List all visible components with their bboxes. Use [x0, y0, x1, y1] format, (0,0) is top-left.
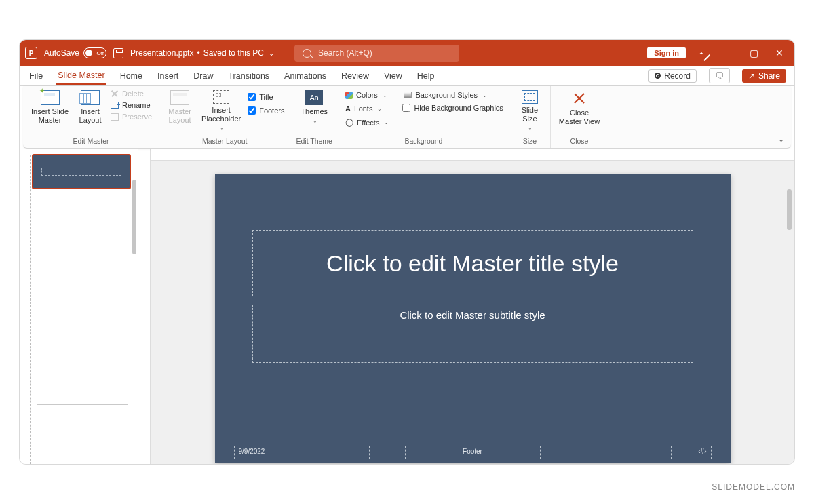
layout-icon [81, 90, 100, 105]
tab-draw[interactable]: Draw [192, 68, 214, 84]
date-placeholder[interactable]: 9/9/2022 [234, 446, 370, 459]
bg-styles-icon [404, 92, 412, 98]
title-placeholder[interactable]: Click to edit Master title style [252, 230, 693, 296]
master-layout-button: Master Layout [165, 89, 195, 125]
colors-icon [345, 92, 353, 99]
ribbon-tabs: File Slide Master Home Insert Draw Trans… [20, 66, 794, 86]
group-size: Slide Size⌄ Size [509, 86, 551, 148]
slide-size-button[interactable]: Slide Size⌄ [515, 89, 545, 132]
search-icon [303, 49, 311, 58]
ribbon: Insert Slide Master Insert Layout Delete… [23, 86, 791, 149]
slide-master-canvas[interactable]: Click to edit Master title style Click t… [215, 174, 731, 463]
effects-button[interactable]: ◯Effects⌄ [344, 117, 390, 128]
record-button[interactable]: Record [648, 69, 697, 83]
background-styles-button[interactable]: Background Styles⌄ [402, 90, 503, 100]
chevron-down-icon: ⌄ [377, 106, 382, 112]
tab-slide-master[interactable]: Slide Master [56, 67, 106, 85]
fonts-button[interactable]: AFonts⌄ [344, 104, 390, 113]
hide-bg-checkbox[interactable]: Hide Background Graphics [402, 104, 503, 112]
themes-icon [305, 90, 323, 105]
preserve-icon [111, 113, 119, 121]
share-icon: ↗ [748, 71, 755, 81]
group-close: Close Master View Close [551, 86, 608, 148]
placeholder-icon [213, 90, 229, 104]
close-button[interactable]: ✕ [770, 47, 789, 58]
save-icon[interactable] [113, 48, 123, 58]
preserve-button: Preserve [109, 112, 153, 121]
delete-button: Delete [109, 89, 153, 98]
chevron-down-icon: ⌄ [528, 125, 532, 131]
tab-review[interactable]: Review [340, 68, 370, 84]
title-bar: P AutoSave Off Presentation.pptx • Saved… [20, 40, 794, 66]
close-master-view-button[interactable]: Close Master View [556, 89, 602, 127]
scrollbar-thumb[interactable] [132, 180, 136, 254]
master-layout-icon [170, 90, 189, 105]
fonts-icon: A [345, 104, 351, 113]
document-title[interactable]: Presentation.pptx • Saved to this PC ⌄ [130, 48, 274, 58]
thumbnail-panel[interactable] [20, 149, 138, 464]
group-edit-theme: Themes⌄ Edit Theme [290, 86, 338, 148]
chevron-down-icon: ⌄ [383, 92, 387, 98]
editor-area: Click to edit Master title style Click t… [20, 149, 794, 464]
collapse-ribbon-button[interactable]: ⌄ [778, 135, 784, 144]
tab-insert[interactable]: Insert [156, 68, 180, 84]
effects-icon: ◯ [345, 118, 353, 127]
tab-view[interactable]: View [383, 68, 404, 84]
layout-thumbnail[interactable] [37, 385, 128, 405]
layout-thumbnail[interactable] [37, 271, 128, 303]
layout-thumbnail[interactable] [37, 347, 128, 379]
sign-in-button[interactable]: Sign in [647, 47, 686, 58]
horizontal-ruler [151, 149, 794, 161]
tab-home[interactable]: Home [119, 68, 144, 84]
toggle-switch[interactable]: Off [83, 47, 106, 58]
search-input[interactable]: Search (Alt+Q) [294, 45, 459, 62]
autosave-toggle[interactable]: AutoSave Off [44, 47, 106, 58]
footer-placeholder[interactable]: Footer [405, 446, 541, 459]
slide-size-icon [522, 90, 538, 104]
title-checkbox[interactable]: Title [248, 93, 284, 101]
tab-transitions[interactable]: Transitions [227, 68, 271, 84]
app-window: P AutoSave Off Presentation.pptx • Saved… [19, 39, 795, 465]
rename-icon [111, 102, 119, 109]
group-background: Colors⌄ AFonts⌄ ◯Effects⌄ Background Sty… [338, 86, 509, 148]
tab-animations[interactable]: Animations [283, 68, 328, 84]
slide-master-icon [41, 90, 60, 105]
layout-thumbnail[interactable] [37, 309, 128, 341]
group-master-layout: Master Layout Insert Placeholder⌄ Title … [159, 86, 290, 148]
insert-layout-button[interactable]: Insert Layout [75, 89, 105, 125]
layout-thumbnail[interactable] [37, 233, 128, 265]
chevron-down-icon: ⌄ [269, 50, 274, 57]
autosave-label: AutoSave [44, 48, 79, 58]
group-edit-master: Insert Slide Master Insert Layout Delete… [23, 86, 159, 148]
maximize-button[interactable]: ▢ [744, 47, 763, 58]
chevron-down-icon: ⌄ [220, 125, 225, 131]
tab-help[interactable]: Help [416, 68, 436, 84]
themes-button[interactable]: Themes⌄ [298, 89, 330, 125]
insert-placeholder-button[interactable]: Insert Placeholder⌄ [199, 89, 244, 132]
minimize-button[interactable]: — [718, 47, 737, 58]
footers-checkbox[interactable]: Footers [248, 106, 284, 115]
subtitle-placeholder[interactable]: Click to edit Master subtitle style [252, 305, 693, 363]
chevron-down-icon: ⌄ [384, 119, 389, 125]
close-icon [571, 90, 587, 106]
slide-number-placeholder[interactable]: ‹#› [671, 446, 712, 459]
chevron-down-icon: ⌄ [313, 118, 317, 124]
insert-slide-master-button[interactable]: Insert Slide Master [28, 89, 71, 125]
delete-icon [111, 90, 119, 98]
master-thumbnail[interactable] [32, 154, 131, 189]
vertical-ruler [138, 149, 151, 464]
tab-file[interactable]: File [28, 68, 44, 84]
rename-button[interactable]: Rename [109, 100, 153, 110]
colors-button[interactable]: Colors⌄ [344, 90, 390, 100]
comments-button[interactable]: 🗨 [709, 68, 730, 83]
record-icon [655, 73, 661, 79]
hierarchy-line [30, 155, 31, 464]
watermark: SLIDEMODEL.COM [712, 482, 795, 492]
powerpoint-icon: P [25, 47, 37, 59]
scrollbar-thumb[interactable] [787, 189, 792, 230]
chevron-down-icon: ⌄ [482, 92, 487, 98]
share-button[interactable]: ↗Share [742, 69, 786, 83]
layout-thumbnail[interactable] [37, 195, 128, 227]
slide-canvas-area[interactable]: Click to edit Master title style Click t… [151, 149, 794, 464]
